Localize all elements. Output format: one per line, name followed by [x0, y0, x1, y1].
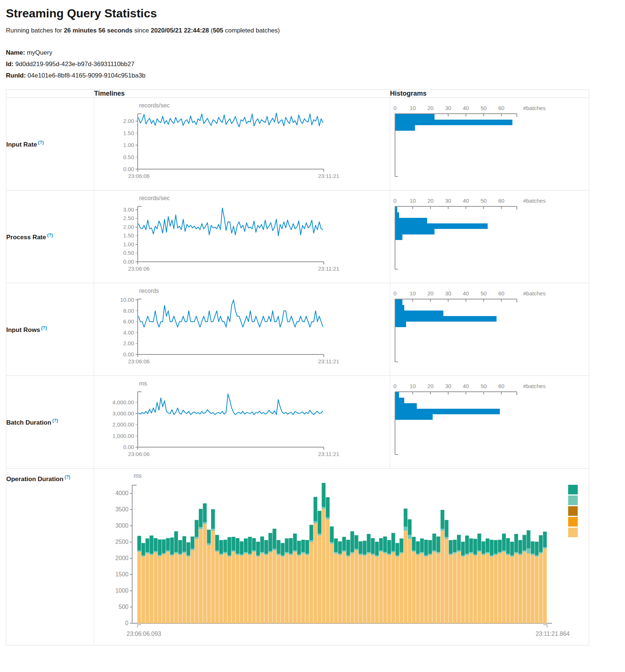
- stacked-bar-segment: [252, 538, 256, 550]
- svg-text:2.00: 2.00: [123, 224, 134, 230]
- stacked-bar-segment: [420, 553, 424, 623]
- stacked-bar-segment: [166, 551, 170, 552]
- stacked-bar-segment: [264, 540, 268, 554]
- svg-text:1.00: 1.00: [123, 241, 134, 247]
- stacked-bar-segment: [358, 555, 362, 623]
- stacked-bar-segment: [285, 552, 289, 553]
- stacked-bar-segment: [170, 538, 174, 555]
- svg-text:20: 20: [427, 383, 433, 389]
- svg-text:60: 60: [498, 105, 504, 111]
- stacked-bar-segment: [543, 547, 547, 549]
- stacked-bar-segment: [461, 555, 465, 557]
- svg-text:2.00: 2.00: [123, 340, 134, 346]
- stacked-bar-segment: [264, 554, 268, 555]
- stacked-bar-segment: [223, 552, 227, 553]
- svg-text:0: 0: [393, 198, 396, 204]
- stacked-bar-segment: [453, 540, 457, 552]
- timeline-line: [138, 208, 323, 236]
- stacked-bar-segment: [252, 552, 256, 623]
- process-rate-help-icon[interactable]: (?): [47, 233, 53, 238]
- stacked-bar-segment: [277, 554, 280, 555]
- stacked-bar-segment: [305, 554, 309, 555]
- stacked-bar-segment: [518, 540, 522, 554]
- stacked-bar-segment: [350, 552, 354, 553]
- input-rows-help-icon[interactable]: (?): [41, 325, 47, 330]
- svg-text:60: 60: [498, 198, 504, 204]
- stacked-bar-segment: [490, 540, 494, 555]
- stacked-bar-segment: [334, 538, 338, 552]
- query-runid-line: RunId: 04e101e6-8bf8-4165-9099-9104c951b…: [6, 70, 625, 81]
- stacked-bar-segment: [240, 556, 244, 623]
- stacked-bar-segment: [522, 551, 526, 552]
- stacked-bar-segment: [145, 552, 149, 553]
- svg-text:2.00: 2.00: [123, 118, 134, 124]
- stacked-bar-segment: [383, 536, 387, 552]
- svg-text:500: 500: [119, 604, 128, 610]
- stacked-bar-segment: [432, 551, 436, 552]
- svg-text:10.00: 10.00: [120, 296, 134, 303]
- x-end-label: 23:11:21: [318, 265, 339, 272]
- stacked-bar-segment: [231, 551, 235, 552]
- stacked-bar-segment: [215, 551, 219, 552]
- svg-text:3000: 3000: [115, 522, 128, 529]
- batch-duration-timeline-chart: ms4,000.003,000.002,000.001,000.000.0023…: [94, 376, 389, 468]
- stacked-bar-segment: [502, 534, 506, 551]
- batch-duration-label: Batch Duration: [6, 419, 51, 426]
- start-timestamp: 2020/05/21 22:44:28: [151, 27, 209, 34]
- stacked-bar-segment: [285, 538, 289, 552]
- stacked-bar-segment: [190, 549, 194, 551]
- legend-swatch: [568, 528, 578, 537]
- stacked-bar-segment: [358, 541, 362, 553]
- stacked-bar-segment: [494, 540, 498, 554]
- stacked-bar-segment: [424, 557, 428, 623]
- stacked-bar-segment: [477, 552, 481, 623]
- input-rows-row: Input Rows(?) records10.008.006.004.002.…: [6, 283, 589, 376]
- header-corner-cell: [6, 90, 94, 98]
- histogram-bar: [395, 125, 415, 131]
- stacked-bar-segment: [461, 542, 465, 555]
- stacked-bar-segment: [154, 538, 157, 551]
- stacked-bar-segment: [326, 497, 330, 518]
- input-rows-label: Input Rows: [6, 326, 40, 333]
- operation-duration-row: Operation Duration(?) ms4000350030002500…: [6, 469, 589, 645]
- stacked-bar-segment: [281, 557, 285, 623]
- operation-duration-help-icon[interactable]: (?): [65, 474, 70, 480]
- query-runid-label: RunId:: [6, 72, 26, 79]
- input-rows-histogram-chart: 0102030405060#batches: [390, 283, 589, 376]
- stacked-bar-segment: [408, 535, 412, 539]
- svg-text:20: 20: [427, 198, 433, 204]
- statistics-table: Timelines Histograms Input Rate(?) recor…: [6, 89, 589, 645]
- stacked-bar-segment: [162, 554, 166, 623]
- batches-axis-label: #batches: [523, 290, 546, 296]
- stacked-bar-segment: [162, 539, 166, 553]
- batch-duration-help-icon[interactable]: (?): [52, 418, 58, 423]
- query-info-block: Name: myQuery Id: 9d0dd219-995d-423e-b97…: [6, 47, 625, 81]
- stacked-bar-segment: [150, 555, 153, 623]
- stacked-bar-segment: [391, 551, 395, 553]
- stacked-bar-segment: [277, 540, 280, 554]
- stacked-bar-segment: [543, 532, 547, 547]
- svg-text:50: 50: [480, 383, 487, 389]
- timeline-line: [138, 300, 323, 327]
- stacked-bar-segment: [445, 520, 449, 537]
- svg-text:3500: 3500: [115, 506, 128, 512]
- stacked-bar-segment: [543, 549, 547, 623]
- stacked-bar-segment: [440, 529, 444, 531]
- process-rate-row: Process Rate(?) records/sec3.002.502.001…: [6, 191, 589, 283]
- query-id-label: Id:: [6, 61, 14, 68]
- stacked-bar-segment: [383, 552, 387, 553]
- stacked-bar-segment: [428, 555, 432, 623]
- svg-text:20: 20: [427, 105, 433, 111]
- stacked-bar-segment: [301, 553, 305, 623]
- stacked-bar-segment: [436, 536, 440, 552]
- stacked-bar-segment: [166, 538, 170, 550]
- input-rate-help-icon[interactable]: (?): [38, 140, 44, 145]
- stacked-bar-segment: [539, 535, 543, 552]
- stacked-bar-segment: [416, 541, 420, 553]
- svg-text:50: 50: [480, 198, 487, 204]
- stacked-bar-segment: [473, 539, 477, 554]
- svg-text:0.00: 0.00: [123, 351, 134, 357]
- svg-text:1.50: 1.50: [123, 232, 134, 239]
- histogram-bar: [395, 316, 497, 322]
- stacked-bar-segment: [379, 551, 383, 552]
